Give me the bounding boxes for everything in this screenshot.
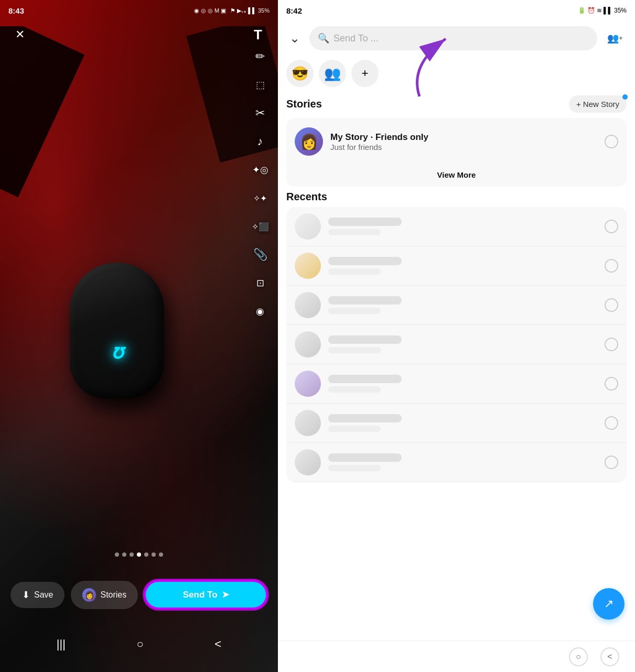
recent-select-2[interactable] xyxy=(605,259,618,273)
chevron-down-button[interactable]: ⌄ xyxy=(286,30,303,47)
sunglasses-emoji: 😎 xyxy=(292,66,308,82)
link-icon[interactable]: 📎 xyxy=(251,245,270,264)
search-placeholder-text: Send To ... xyxy=(333,33,379,44)
filter-add-button[interactable]: + xyxy=(351,60,379,87)
dot-5 xyxy=(144,552,148,557)
dot-6 xyxy=(152,552,156,557)
photo-background: ʊ xyxy=(0,0,278,672)
crown-icon[interactable]: ✦◎ xyxy=(251,160,270,179)
filter-friends-button[interactable]: 👥 xyxy=(319,60,346,87)
share-fab-button[interactable]: ↗ xyxy=(593,588,625,620)
recent-name-5 xyxy=(328,375,402,383)
status-icons-left: ◉ ◎ ◎ M ▣ ⚑ ▶ᵥₒ ▌▌ 35% xyxy=(194,7,270,14)
share-icon: ↗ xyxy=(604,597,614,611)
right-panel: 8:42 🔋 ⏰ ≋ ▌▌ 35% ⌄ 🔍 Send To ... 👥 + 😎 … xyxy=(278,0,635,672)
stories-avatar: 👩 xyxy=(82,588,96,602)
signal-icon: ▌▌ xyxy=(604,7,612,14)
recent-name-3 xyxy=(328,296,402,305)
view-more-button[interactable]: View More xyxy=(286,165,627,185)
status-icons-right: 🔋 ⏰ ≋ ▌▌ 35% xyxy=(578,7,627,14)
save-label: Save xyxy=(34,590,53,600)
recent-name-1 xyxy=(328,218,402,226)
send-to-label: Send To xyxy=(183,590,218,600)
recent-item-4[interactable] xyxy=(286,325,627,364)
recent-name-4 xyxy=(328,335,402,344)
stories-section: Stories + New Story 👩 My Story · Friends… xyxy=(278,91,635,187)
status-time-right: 8:42 xyxy=(286,6,302,15)
recent-name-7 xyxy=(328,453,402,462)
dot-1 xyxy=(115,552,119,557)
add-friends-icon: 👥 xyxy=(607,32,619,44)
nav-home-icon[interactable]: ○ xyxy=(137,637,144,651)
friends-icon: 👥 xyxy=(324,66,341,82)
send-arrow-icon: ➤ xyxy=(222,589,229,600)
recent-avatar-3 xyxy=(295,292,321,318)
dot-3 xyxy=(130,552,134,557)
recent-item-3[interactable] xyxy=(286,286,627,325)
magic-icon[interactable]: ✧✦ xyxy=(251,189,270,208)
recent-sub-4 xyxy=(328,347,381,353)
filter-emoji-button[interactable]: 😎 xyxy=(286,60,314,87)
add-friends-button[interactable]: 👥 + xyxy=(604,27,627,50)
black-shapes xyxy=(0,26,278,236)
stories-header: Stories + New Story xyxy=(286,95,627,113)
chevron-down-icon: ⌄ xyxy=(289,31,300,46)
recent-item-5[interactable] xyxy=(286,364,627,404)
music-icon[interactable]: ♪ xyxy=(251,132,270,151)
nav-back-icon[interactable]: < xyxy=(214,637,221,651)
recents-title: Recents xyxy=(286,191,627,203)
new-story-button[interactable]: + New Story xyxy=(569,95,627,113)
mouse-logo-glow: ʊ xyxy=(111,340,123,363)
search-box[interactable]: 🔍 Send To ... xyxy=(309,26,597,50)
recent-avatar-2 xyxy=(295,253,321,279)
battery-percent: 35% xyxy=(614,7,627,14)
left-panel: ʊ 8:43 ◉ ◎ ◎ M ▣ ⚑ ▶ᵥₒ ▌▌ 35% ✕ T ✏ ⬚ ✂ … xyxy=(0,0,278,672)
my-story-title: My Story · Friends only xyxy=(330,132,597,143)
search-header: ⌄ 🔍 Send To ... 👥 + xyxy=(278,21,635,56)
recent-info-1 xyxy=(328,218,597,235)
dot-7 xyxy=(159,552,163,557)
scissors-icon[interactable]: ✂ xyxy=(251,104,270,123)
save-button[interactable]: ⬇ Save xyxy=(10,582,64,608)
my-story-row[interactable]: 👩 My Story · Friends only Just for frien… xyxy=(286,120,627,163)
recent-select-7[interactable] xyxy=(605,456,618,469)
dot-4 xyxy=(137,552,141,557)
recent-info-4 xyxy=(328,335,597,353)
recent-select-3[interactable] xyxy=(605,298,618,312)
dot-2 xyxy=(122,552,126,557)
recent-select-4[interactable] xyxy=(605,338,618,351)
recent-select-1[interactable] xyxy=(605,220,618,233)
save-icon: ⬇ xyxy=(22,589,30,601)
text-tool-icon[interactable]: T xyxy=(249,25,267,44)
stories-button[interactable]: 👩 Stories xyxy=(71,581,138,609)
new-story-label: + New Story xyxy=(576,100,619,109)
close-button[interactable]: ✕ xyxy=(10,25,29,44)
bottom-nav-right: ○ < xyxy=(278,641,635,672)
recent-item-7[interactable] xyxy=(286,443,627,482)
pencil-icon[interactable]: ✏ xyxy=(251,47,270,66)
search-icon: 🔍 xyxy=(318,32,329,44)
status-time-left: 8:43 xyxy=(8,6,24,15)
stories-title: Stories xyxy=(286,98,322,110)
my-story-info: My Story · Friends only Just for friends xyxy=(330,132,597,151)
recent-item-2[interactable] xyxy=(286,246,627,286)
plus-icon: + xyxy=(619,35,622,42)
recent-item-6[interactable] xyxy=(286,404,627,443)
sticker-icon[interactable]: ⬚ xyxy=(251,75,270,94)
nav-menu-icon[interactable]: ||| xyxy=(57,637,66,651)
my-story-select[interactable] xyxy=(605,135,618,148)
recent-info-5 xyxy=(328,375,597,393)
crop-icon[interactable]: ⊡ xyxy=(251,274,270,292)
recent-select-5[interactable] xyxy=(605,377,618,391)
recent-select-6[interactable] xyxy=(605,416,618,430)
nav-circle-icon[interactable]: ○ xyxy=(569,647,588,666)
eraser-icon[interactable]: ✧⬛ xyxy=(251,217,270,236)
recent-info-3 xyxy=(328,296,597,314)
avatar-tool-icon[interactable]: ◉ xyxy=(251,302,270,321)
recent-name-2 xyxy=(328,257,402,265)
recent-item-1[interactable] xyxy=(286,207,627,246)
status-bar-right: 8:42 🔋 ⏰ ≋ ▌▌ 35% xyxy=(278,0,635,21)
nav-back-icon-right[interactable]: < xyxy=(600,647,619,666)
send-to-button[interactable]: Send To ➤ xyxy=(144,580,267,609)
status-bar-left: 8:43 ◉ ◎ ◎ M ▣ ⚑ ▶ᵥₒ ▌▌ 35% xyxy=(0,0,278,21)
